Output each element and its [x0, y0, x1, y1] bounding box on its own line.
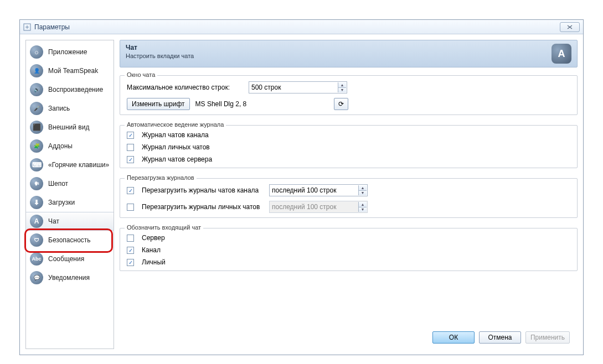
sidebar-item-label: Безопасность: [48, 236, 91, 244]
incoming-group: Обозначить входящий чат Сервер ✓ Канал ✓…: [120, 228, 578, 271]
group-legend: Окно чата: [125, 71, 157, 78]
sidebar-item-3[interactable]: 🎤Запись: [26, 99, 114, 118]
chat-window-group: Окно чата Максимальное количество строк:…: [120, 75, 578, 115]
panel-title: Чат: [126, 44, 552, 51]
sidebar-icon: A: [29, 214, 44, 228]
server-log-checkbox[interactable]: ✓: [127, 156, 134, 163]
sidebar-item-label: «Горячие клавиши»: [48, 161, 109, 169]
logging-group: Автоматическое ведение журнала ✓ Журнал …: [120, 125, 578, 168]
channel-log-label: Журнал чатов канала: [142, 131, 209, 139]
reload-private-input: последний 100 строк ▲▼: [269, 201, 368, 213]
sidebar-item-7[interactable]: 🗣Шепот: [26, 174, 114, 193]
main-panel: Чат Настроить вкладки чата A Окно чата М…: [120, 40, 578, 349]
private-log-label: Журнал личных чатов: [142, 143, 210, 151]
sidebar-icon: ⌨: [29, 158, 44, 172]
max-lines-label: Максимальное количество строк:: [127, 84, 243, 91]
sidebar-item-label: Сообщения: [48, 255, 84, 263]
group-legend: Автоматическое ведение журнала: [125, 121, 226, 128]
sidebar-item-label: Аддоны: [48, 142, 73, 150]
incoming-server-label: Сервер: [142, 234, 165, 242]
refresh-icon: ⟳: [338, 100, 344, 108]
dialog-footer: ОК Отмена Применить: [120, 327, 575, 349]
max-lines-input[interactable]: 500 строк ▲▼: [249, 81, 347, 93]
window-icon: [23, 23, 31, 31]
sidebar-item-2[interactable]: 🔊Воспроизведение: [26, 80, 114, 99]
sidebar-item-label: Внешний вид: [48, 123, 89, 131]
sidebar-icon: ⬛: [29, 120, 44, 134]
incoming-channel-label: Канал: [142, 246, 161, 254]
sidebar-item-label: Запись: [48, 105, 70, 112]
sidebar-item-12[interactable]: 💬Уведомления: [26, 268, 114, 287]
sidebar-icon: 🔊: [29, 82, 44, 97]
sidebar-icon: ☼: [29, 45, 44, 59]
sidebar-icon: Abc: [29, 252, 44, 266]
spin-buttons: ▲▼: [358, 202, 367, 212]
sidebar-icon: 🧩: [29, 139, 44, 153]
group-legend: Перезагрузка журналов: [125, 174, 197, 181]
sidebar-item-0[interactable]: ☼Приложение: [26, 43, 114, 61]
incoming-private-checkbox[interactable]: ✓: [127, 259, 134, 266]
sidebar-item-1[interactable]: 👤Мой TeamSpeak: [26, 61, 114, 80]
sidebar-item-label: Воспроизведение: [48, 86, 103, 93]
spin-buttons[interactable]: ▲▼: [338, 82, 346, 92]
incoming-private-label: Личный: [142, 258, 166, 266]
reset-font-button[interactable]: ⟳: [334, 98, 348, 110]
sidebar-item-label: Загрузки: [48, 199, 75, 206]
ok-button[interactable]: ОК: [432, 331, 475, 344]
sidebar-icon: 🎤: [29, 101, 44, 116]
reload-private-label: Перезагрузить журналы личных чатов: [142, 203, 264, 211]
server-log-label: Журнал чатов сервера: [142, 155, 212, 163]
sidebar-item-8[interactable]: ⬇Загрузки: [26, 193, 114, 212]
options-dialog: Параметры ☼Приложение👤Мой TeamSpeak🔊Восп…: [19, 19, 584, 355]
spin-buttons[interactable]: ▲▼: [358, 185, 367, 195]
sidebar-item-9[interactable]: AЧат: [26, 212, 114, 231]
private-log-checkbox[interactable]: [127, 144, 134, 151]
sidebar-icon: 💬: [29, 271, 44, 285]
apply-button[interactable]: Применить: [525, 331, 570, 344]
sidebar-item-label: Шепот: [48, 180, 68, 188]
sidebar-icon: 🛡: [29, 233, 44, 247]
reload-private-checkbox[interactable]: [127, 204, 134, 211]
sidebar-item-label: Чат: [48, 217, 59, 225]
incoming-server-checkbox[interactable]: [127, 235, 134, 242]
sidebar-item-label: Мой TeamSpeak: [48, 67, 98, 75]
close-button[interactable]: [560, 22, 580, 32]
channel-log-checkbox[interactable]: ✓: [127, 132, 134, 139]
panel-subtitle: Настроить вкладки чата: [126, 53, 552, 59]
group-legend: Обозначить входящий чат: [125, 224, 203, 231]
sidebar-item-6[interactable]: ⌨«Горячие клавиши»: [26, 155, 114, 174]
window-title: Параметры: [34, 23, 560, 31]
sidebar: ☼Приложение👤Мой TeamSpeak🔊Воспроизведени…: [25, 40, 114, 349]
sidebar-item-4[interactable]: ⬛Внешний вид: [26, 118, 114, 137]
sidebar-icon: ⬇: [29, 195, 44, 210]
change-font-button[interactable]: Изменить шрифт: [127, 98, 190, 110]
sidebar-item-11[interactable]: AbcСообщения: [26, 249, 114, 268]
sidebar-icon: 🗣: [29, 176, 44, 191]
titlebar: Параметры: [20, 20, 583, 34]
sidebar-item-10[interactable]: 🛡Безопасность: [26, 231, 114, 249]
sidebar-icon: 👤: [29, 64, 44, 78]
chat-icon: A: [552, 44, 571, 64]
reload-channel-label: Перезагрузить журналы чатов канала: [142, 186, 264, 194]
sidebar-item-label: Приложение: [48, 48, 87, 56]
cancel-button[interactable]: Отмена: [479, 331, 521, 344]
sidebar-item-5[interactable]: 🧩Аддоны: [26, 137, 114, 155]
panel-header: Чат Настроить вкладки чата A: [120, 40, 578, 67]
reload-channel-input[interactable]: последний 100 строк ▲▼: [269, 184, 368, 196]
reload-group: Перезагрузка журналов ✓ Перезагрузить жу…: [120, 178, 578, 218]
font-description: MS Shell Dlg 2, 8: [195, 100, 328, 108]
sidebar-item-label: Уведомления: [48, 274, 90, 282]
reload-channel-checkbox[interactable]: ✓: [127, 187, 134, 194]
incoming-channel-checkbox[interactable]: ✓: [127, 247, 134, 254]
